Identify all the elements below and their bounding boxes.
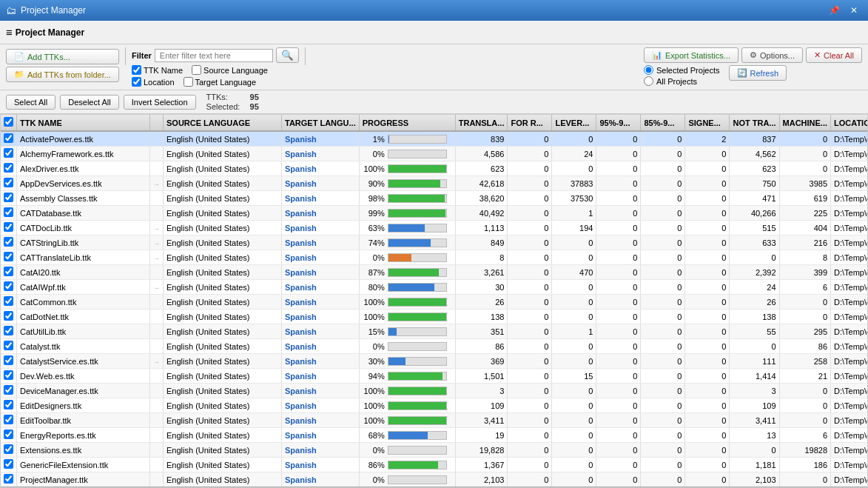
location-checkbox-label[interactable]: Location <box>132 77 175 87</box>
pin-button[interactable]: 📌 <box>824 4 844 17</box>
table-row[interactable]: AppDevServices.es.ttk → English (United … <box>1 176 868 191</box>
table-row[interactable]: CATTranslateLib.ttk → English (United St… <box>1 250 868 265</box>
col-95-99[interactable]: 95%-9... <box>596 115 641 131</box>
row-check[interactable] <box>1 280 17 295</box>
row-check[interactable] <box>1 206 17 221</box>
col-not-translated[interactable]: NOT TRA... <box>730 115 779 131</box>
col-for-review[interactable]: FOR R... <box>508 115 552 131</box>
row-arrow: → <box>150 280 164 295</box>
row-check[interactable] <box>1 221 17 235</box>
filter-input[interactable] <box>155 49 273 62</box>
row-check[interactable] <box>1 310 17 324</box>
table-row[interactable]: CatAIWpf.ttk → English (United States) S… <box>1 280 868 295</box>
source-language-checkbox-label[interactable]: Source Language <box>192 65 268 75</box>
all-projects-radio[interactable] <box>644 76 653 86</box>
all-projects-radio-label[interactable]: All Projects <box>644 76 720 86</box>
options-button[interactable]: ⚙ Options... <box>741 47 803 63</box>
row-check[interactable] <box>1 413 17 428</box>
table-row[interactable]: CatAI20.ttk English (United States) Span… <box>1 265 868 280</box>
row-check[interactable] <box>1 176 17 191</box>
selected-projects-radio[interactable] <box>644 65 653 75</box>
row-check[interactable] <box>1 295 17 310</box>
source-language-checkbox[interactable] <box>192 65 201 75</box>
location-checkbox[interactable] <box>132 77 141 87</box>
table-row[interactable]: Catalyst.ttk English (United States) Spa… <box>1 339 868 354</box>
row-check[interactable] <box>1 161 17 176</box>
table-row[interactable]: CATStringLib.ttk → English (United State… <box>1 235 868 250</box>
col-target-language[interactable]: TARGET LANGU... <box>282 115 360 131</box>
filter-label: Filter <box>132 51 152 60</box>
table-row[interactable]: ActivatePower.es.ttk English (United Sta… <box>1 131 868 147</box>
row-check[interactable] <box>1 354 17 369</box>
row-progress: 68% <box>359 428 455 443</box>
add-ttks-button[interactable]: 📄 Add TTKs... <box>6 49 119 64</box>
table-row[interactable]: CatalystService.es.ttk → English (United… <box>1 354 868 369</box>
invert-selection-button[interactable]: Invert Selection <box>124 95 196 110</box>
row-check[interactable] <box>1 369 17 384</box>
table-row[interactable]: Extensions.es.ttk English (United States… <box>1 443 868 458</box>
table-row[interactable]: EditToolbar.ttk English (United States) … <box>1 413 868 428</box>
table-row[interactable]: ProjectManager.ttk English (United State… <box>1 472 868 488</box>
row-check[interactable] <box>1 147 17 161</box>
col-signed[interactable]: SIGNE... <box>685 115 730 131</box>
row-src: English (United States) <box>164 369 282 384</box>
row-check[interactable] <box>1 324 17 339</box>
row-check[interactable] <box>1 250 17 265</box>
col-machine[interactable]: MACHINE... <box>779 115 831 131</box>
hamburger-icon[interactable]: ≡ <box>6 26 13 39</box>
filter-search-button[interactable]: 🔍 <box>276 47 299 63</box>
row-check[interactable] <box>1 398 17 413</box>
row-p95: 0 <box>596 384 641 398</box>
col-location[interactable]: LOCATION <box>831 115 868 131</box>
row-check[interactable] <box>1 443 17 458</box>
table-row[interactable]: DeviceManager.es.ttk English (United Sta… <box>1 384 868 398</box>
row-check[interactable] <box>1 191 17 206</box>
close-button[interactable]: ✕ <box>846 4 862 17</box>
table-row[interactable]: CatDotNet.ttk English (United States) Sp… <box>1 310 868 324</box>
col-source-language[interactable]: SOURCE LANGUAGE <box>164 115 282 131</box>
row-check[interactable] <box>1 384 17 398</box>
select-all-checkbox[interactable] <box>4 117 13 127</box>
table-row[interactable]: CATDatabase.ttk English (United States) … <box>1 206 868 221</box>
table-row[interactable]: CatCommon.ttk English (United States) Sp… <box>1 295 868 310</box>
ttk-name-checkbox-label[interactable]: TTK Name <box>132 65 183 75</box>
row-check[interactable] <box>1 458 17 472</box>
table-row[interactable]: AlexDriver.es.ttk English (United States… <box>1 161 868 176</box>
select-all-button[interactable]: Select All <box>6 95 55 110</box>
row-check[interactable] <box>1 428 17 443</box>
row-tgt: Spanish <box>282 324 360 339</box>
col-check[interactable] <box>1 115 17 131</box>
row-p85: 0 <box>641 443 685 458</box>
row-check[interactable] <box>1 339 17 354</box>
row-p85: 0 <box>641 250 685 265</box>
row-name: CatAIWpf.ttk <box>17 280 150 295</box>
target-language-checkbox[interactable] <box>184 77 193 87</box>
refresh-button[interactable]: 🔄 Refresh <box>729 65 787 81</box>
col-85-94[interactable]: 85%-9... <box>641 115 685 131</box>
selected-projects-radio-label[interactable]: Selected Projects <box>644 65 720 75</box>
row-check[interactable] <box>1 472 17 488</box>
table-row[interactable]: CatUtilLib.ttk English (United States) S… <box>1 324 868 339</box>
table-row[interactable]: CATDocLib.ttk → English (United States) … <box>1 221 868 235</box>
row-check[interactable] <box>1 235 17 250</box>
table-row[interactable]: Dev.Web.es.ttk English (United States) S… <box>1 369 868 384</box>
row-p85: 0 <box>641 428 685 443</box>
deselect-all-button[interactable]: Deselect All <box>60 95 118 110</box>
clear-all-button[interactable]: ✕ Clear All <box>806 47 862 63</box>
table-row[interactable]: EnergyReports.es.ttk English (United Sta… <box>1 428 868 443</box>
table-row[interactable]: Assembly Classes.ttk English (United Sta… <box>1 191 868 206</box>
export-statistics-button[interactable]: 📊 Export Statistics... <box>644 47 739 63</box>
col-ttk-name[interactable]: TTK NAME <box>17 115 150 131</box>
col-leverage[interactable]: LEVER... <box>552 115 596 131</box>
ttk-name-checkbox[interactable] <box>132 65 141 75</box>
table-row[interactable]: GenericFileExtension.ttk English (United… <box>1 458 868 472</box>
target-language-checkbox-label[interactable]: Target Language <box>184 77 257 87</box>
row-check[interactable] <box>1 265 17 280</box>
row-sign: 0 <box>685 398 730 413</box>
col-progress[interactable]: PROGRESS <box>359 115 455 131</box>
row-check[interactable] <box>1 131 17 147</box>
add-ttks-folder-button[interactable]: 📁 Add TTKs from folder... <box>6 67 119 82</box>
col-translatable[interactable]: TRANSLA... <box>455 115 508 131</box>
table-row[interactable]: EditDesigners.ttk English (United States… <box>1 398 868 413</box>
table-row[interactable]: AlchemyFramework.es.ttk English (United … <box>1 147 868 161</box>
